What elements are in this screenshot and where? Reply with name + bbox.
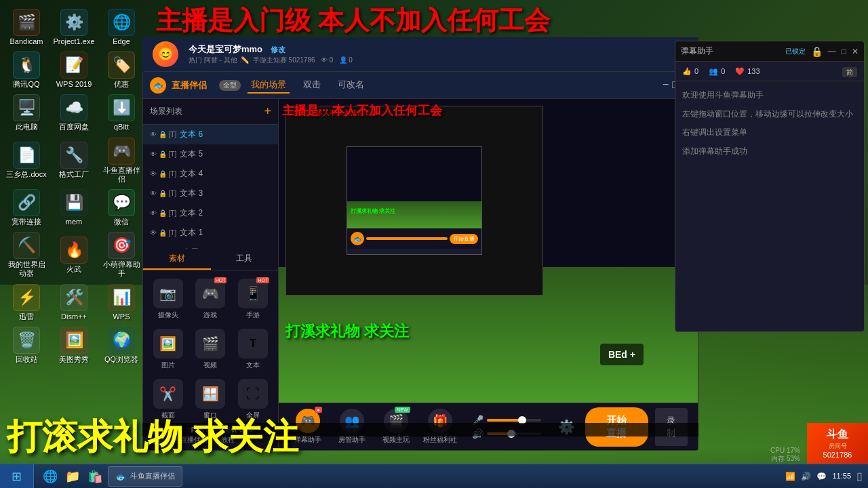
- nested-chat: 打溪求礼物 求关注: [351, 207, 395, 215]
- taskbar-folder-icon[interactable]: 📁: [65, 469, 80, 484]
- icon-label-kuaitong: 宽带连接: [12, 218, 41, 226]
- desktop-icon-tencent-qq[interactable]: 🐧 腾讯QQ: [3, 49, 50, 91]
- taskbar-edge-icon[interactable]: 🌐: [43, 469, 58, 484]
- stream-titlebar: 🐟 直播伴侣 全型 我的场景 双击 可改名 − □ ✕: [143, 72, 698, 99]
- desktop-icon-xunlei[interactable]: ⚡ 迅雷: [3, 282, 50, 323]
- icon-label-wps2: WPS: [113, 312, 130, 321]
- icon-img-minecraft: ⛏️: [13, 232, 40, 259]
- icon-img-huishou: 🗑️: [13, 327, 40, 354]
- desktop-icon-xiaomeng[interactable]: 🎯 小萌弹幕助手: [98, 230, 144, 280]
- preview-overlay-marquee: 主播是··· 本人不加入任何工会: [282, 102, 442, 119]
- streamer-details: 今天是宝可梦mmo 修改 热门 阿替 - 其他 ✏️ 手游主知赛 5021786…: [189, 43, 688, 65]
- desktop-icon-wps2[interactable]: 📊 WPS: [98, 282, 144, 323]
- preview-chat-text: 打溪求礼物 求关注: [285, 321, 409, 342]
- windows-icon: ⊞: [12, 469, 22, 484]
- icon-label-project1: Project1.exe: [53, 37, 94, 46]
- danmaku-mode-btn[interactable]: 简: [842, 67, 857, 77]
- mat-game[interactable]: 🎮 HOT 游戏: [191, 276, 231, 323]
- modify-button[interactable]: 修改: [271, 45, 285, 54]
- icon-img-douyu-live: 🎮: [108, 138, 135, 165]
- desktop-icon-meituxiu[interactable]: 🖼️ 美图秀秀: [51, 325, 97, 366]
- icon-img-xunlei: ⚡: [13, 284, 40, 311]
- desktop-icon-weixin[interactable]: 💬 微信: [98, 187, 144, 228]
- taskbar-stream-item[interactable]: 🐟 斗鱼直播伴侣: [108, 466, 182, 487]
- danmaku-minimize[interactable]: —: [828, 47, 836, 56]
- tray-volume-icon[interactable]: 🔊: [801, 472, 811, 481]
- scene-item[interactable]: 👁 🔒 [T] 文本 4: [143, 164, 278, 184]
- mat-camera[interactable]: 📷 摄像头: [149, 276, 188, 323]
- nav-rename[interactable]: 可改名: [334, 77, 368, 94]
- add-scene-btn[interactable]: +: [264, 104, 271, 119]
- taskbar: ⊞ 🌐 📁 🛍️ 🐟 斗鱼直播伴侣 📶 🔊 💬 11:55 ▯: [0, 464, 868, 488]
- danmaku-stats: 👍 0 👥 0 ❤️ 133 简: [675, 62, 864, 81]
- desktop-icon-baidu[interactable]: ☁️ 百度网盘: [51, 92, 97, 134]
- mat-text[interactable]: T 文本: [233, 326, 273, 373]
- streamer-avatar: 😊: [153, 41, 178, 67]
- icon-label-wps: WPS 2019: [56, 80, 92, 89]
- scene-item[interactable]: 👁 🔒 [全] 全屏 1: [143, 243, 278, 249]
- desktop-icon-huishou[interactable]: 🗑️ 回收站: [3, 325, 50, 366]
- show-desktop-btn[interactable]: ▯: [856, 470, 863, 483]
- materials-grid: 📷 摄像头 🎮 HOT 游戏 📱 HOT 手游: [143, 270, 278, 428]
- tip-1: 欢迎使用斗鱼弹幕助手: [682, 88, 857, 103]
- icon-label-xunlei: 迅雷: [19, 312, 34, 321]
- nav-doubleclick[interactable]: 双击: [300, 77, 324, 94]
- mic-track[interactable]: [487, 419, 541, 422]
- desktop-icon-kuaitong[interactable]: 🔗 宽带连接: [3, 187, 50, 228]
- tray-msg-icon[interactable]: 💬: [816, 472, 827, 481]
- tab-tools[interactable]: 工具: [211, 249, 279, 270]
- desktop-icon-minecraft[interactable]: ⛏️ 我的世界启动器: [3, 230, 50, 280]
- stream-logo-icon: 🐟: [150, 77, 166, 94]
- tray-network-icon[interactable]: 📶: [785, 472, 795, 481]
- taskbar-fish-icon: 🐟: [115, 471, 127, 482]
- desktop-icon-project1[interactable]: ⚙️ Project1.exe: [51, 7, 97, 48]
- scene-item[interactable]: 👁 🔒 [T] 文本 5: [143, 144, 278, 164]
- scene-item[interactable]: 👁 🔒 [T] 文本 1: [143, 223, 278, 243]
- taskbar-store-icon[interactable]: 🛍️: [87, 469, 102, 484]
- mat-mobile[interactable]: 📱 HOT 手游: [233, 276, 273, 323]
- minimize-btn[interactable]: −: [663, 79, 669, 92]
- mic-fill: [487, 419, 522, 422]
- douyu-logo: 斗鱼 房间号 5021786: [807, 423, 868, 464]
- danmaku-close[interactable]: ✕: [852, 47, 859, 56]
- preview-area: 主播是··· 本人不加入任何工会 打溪求礼物 求关注 🐟: [279, 99, 698, 403]
- icon-img-dism: 🛠️: [60, 284, 87, 311]
- desktop-icon-youhui[interactable]: 🏷️ 优惠: [98, 49, 144, 91]
- nested-screen: 主播是··· 本人不加入任何工会 打溪求礼物 求关注 🐟: [285, 106, 543, 296]
- cpu-stat: CPU 17%: [770, 447, 800, 454]
- desktop-icon-bandicam[interactable]: 🎬 Bandicam: [3, 7, 50, 48]
- icon-img-tencent-qq: 🐧: [13, 52, 40, 79]
- desktop-icon-dism[interactable]: 🛠️ Dism++: [51, 282, 97, 323]
- desktop-icon-computer[interactable]: 🖥️ 此电脑: [3, 92, 50, 134]
- mat-image[interactable]: 🖼️ 图片: [149, 326, 188, 373]
- desktop-icon-edge[interactable]: 🌐 Edge: [98, 7, 144, 48]
- like-icon: 👍: [682, 67, 692, 76]
- stream-nav: 我的场景 双击 可改名: [248, 77, 368, 94]
- streamer-name: 今天是宝可梦mmo 修改: [189, 43, 688, 56]
- nav-scenes[interactable]: 我的场景: [248, 77, 290, 94]
- danmaku-restore[interactable]: □: [842, 47, 846, 56]
- start-button[interactable]: ⊞: [0, 464, 34, 489]
- lock-icon: 🔒: [811, 46, 823, 57]
- icon-label-mem: mem: [66, 218, 82, 226]
- desktop-icon-geshi[interactable]: 🔧 格式工厂: [51, 136, 97, 186]
- desktop-icon-word-doc[interactable]: 📄 三乡总.docx: [3, 136, 50, 186]
- icon-img-mem: 💾: [60, 189, 87, 216]
- scene-item[interactable]: 👁 🔒 [T] 文本 3: [143, 184, 278, 203]
- desktop-icon-mem[interactable]: 💾 mem: [51, 187, 97, 228]
- desktop-icon-huowu[interactable]: 🔥 火武: [51, 230, 97, 280]
- tab-materials[interactable]: 素材: [143, 249, 211, 270]
- stat-followers-danmaku: 👥 0: [709, 67, 725, 76]
- desktop-icon-douyu-live[interactable]: 🎮 斗鱼直播伴侣: [98, 136, 144, 186]
- desktop-icon-wps[interactable]: 📝 WPS 2019: [51, 49, 97, 91]
- desktop-icon-qbitt[interactable]: ⬇️ qBitt: [98, 92, 144, 134]
- mat-video[interactable]: 🎬 视频: [191, 326, 231, 373]
- scene-list-header: 场景列表 +: [143, 99, 278, 125]
- taskbar-items: 🌐 📁 🛍️ 🐟 斗鱼直播伴侣: [34, 466, 785, 487]
- scene-item[interactable]: 👁 🔒 [T] 文本 6: [143, 125, 278, 144]
- bed-plus-btn[interactable]: BEd +: [600, 344, 644, 365]
- stat-likes: 👍 0: [682, 67, 698, 76]
- danmaku-confirmed: 已锁定: [785, 47, 806, 56]
- scene-item[interactable]: 👁 🔒 [T] 文本 2: [143, 203, 278, 223]
- desktop-icon-qqbrowser[interactable]: 🌍 QQ浏览器: [98, 325, 144, 366]
